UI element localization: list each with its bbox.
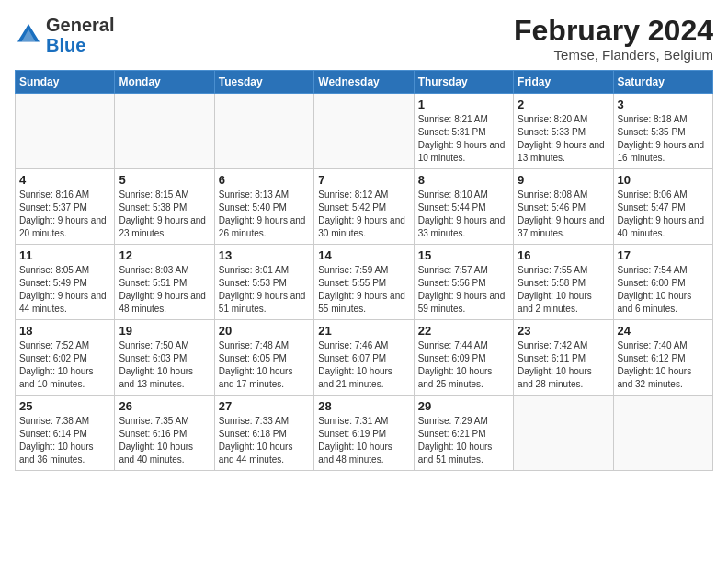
day-number: 27	[219, 399, 310, 413]
calendar-cell: 7Sunrise: 8:12 AM Sunset: 5:42 PM Daylig…	[314, 169, 414, 245]
day-info: Sunrise: 8:08 AM Sunset: 5:46 PM Dayligh…	[518, 189, 609, 240]
logo-blue: Blue	[46, 35, 114, 55]
title-block: February 2024 Temse, Flanders, Belgium	[514, 15, 713, 63]
calendar-cell: 10Sunrise: 8:06 AM Sunset: 5:47 PM Dayli…	[613, 169, 712, 245]
day-info: Sunrise: 7:50 AM Sunset: 6:03 PM Dayligh…	[119, 339, 210, 391]
calendar-cell: 21Sunrise: 7:46 AM Sunset: 6:07 PM Dayli…	[314, 320, 414, 396]
day-info: Sunrise: 8:06 AM Sunset: 5:47 PM Dayligh…	[618, 189, 709, 240]
calendar-cell: 22Sunrise: 7:44 AM Sunset: 6:09 PM Dayli…	[414, 320, 513, 396]
calendar-cell: 14Sunrise: 7:59 AM Sunset: 5:55 PM Dayli…	[314, 245, 414, 320]
calendar-cell: 28Sunrise: 7:31 AM Sunset: 6:19 PM Dayli…	[314, 396, 414, 471]
header: General Blue February 2024 Temse, Flande…	[15, 15, 713, 63]
calendar: SundayMondayTuesdayWednesdayThursdayFrid…	[15, 70, 713, 471]
day-number: 11	[19, 248, 110, 262]
page-subtitle: Temse, Flanders, Belgium	[514, 47, 713, 63]
logo-general: General	[46, 15, 114, 35]
logo: General Blue	[15, 15, 114, 55]
calendar-week-2: 4Sunrise: 8:16 AM Sunset: 5:37 PM Daylig…	[16, 169, 713, 245]
day-number: 14	[318, 248, 409, 262]
calendar-cell: 16Sunrise: 7:55 AM Sunset: 5:58 PM Dayli…	[514, 245, 613, 320]
day-number: 9	[518, 173, 609, 187]
day-number: 18	[19, 324, 110, 338]
day-number: 4	[19, 173, 110, 187]
calendar-cell	[16, 94, 115, 169]
weekday-header-monday: Monday	[115, 71, 214, 94]
day-info: Sunrise: 7:55 AM Sunset: 5:58 PM Dayligh…	[518, 264, 609, 316]
calendar-cell: 4Sunrise: 8:16 AM Sunset: 5:37 PM Daylig…	[16, 169, 115, 245]
calendar-cell: 27Sunrise: 7:33 AM Sunset: 6:18 PM Dayli…	[214, 396, 313, 471]
day-number: 7	[318, 173, 409, 187]
weekday-header-row: SundayMondayTuesdayWednesdayThursdayFrid…	[16, 71, 713, 94]
day-number: 12	[119, 248, 210, 262]
calendar-cell	[314, 94, 414, 169]
day-info: Sunrise: 7:52 AM Sunset: 6:02 PM Dayligh…	[19, 339, 110, 391]
day-number: 10	[618, 173, 709, 187]
calendar-cell: 24Sunrise: 7:40 AM Sunset: 6:12 PM Dayli…	[613, 320, 712, 396]
calendar-cell: 29Sunrise: 7:29 AM Sunset: 6:21 PM Dayli…	[414, 396, 513, 471]
calendar-week-1: 1Sunrise: 8:21 AM Sunset: 5:31 PM Daylig…	[16, 94, 713, 169]
logo-icon	[15, 21, 42, 49]
calendar-cell: 2Sunrise: 8:20 AM Sunset: 5:33 PM Daylig…	[514, 94, 613, 169]
day-number: 8	[418, 173, 509, 187]
day-number: 20	[219, 324, 310, 338]
weekday-header-sunday: Sunday	[16, 71, 115, 94]
day-number: 1	[418, 98, 509, 111]
day-info: Sunrise: 8:20 AM Sunset: 5:33 PM Dayligh…	[518, 113, 609, 165]
day-number: 19	[119, 324, 210, 338]
calendar-week-5: 25Sunrise: 7:38 AM Sunset: 6:14 PM Dayli…	[16, 396, 713, 471]
day-info: Sunrise: 7:33 AM Sunset: 6:18 PM Dayligh…	[219, 415, 310, 466]
calendar-cell: 3Sunrise: 8:18 AM Sunset: 5:35 PM Daylig…	[613, 94, 712, 169]
calendar-cell: 25Sunrise: 7:38 AM Sunset: 6:14 PM Dayli…	[16, 396, 115, 471]
day-number: 28	[318, 399, 409, 413]
day-info: Sunrise: 8:15 AM Sunset: 5:38 PM Dayligh…	[119, 189, 210, 240]
day-number: 17	[618, 248, 709, 262]
calendar-week-4: 18Sunrise: 7:52 AM Sunset: 6:02 PM Dayli…	[16, 320, 713, 396]
calendar-cell: 18Sunrise: 7:52 AM Sunset: 6:02 PM Dayli…	[16, 320, 115, 396]
calendar-cell	[613, 396, 712, 471]
day-number: 21	[318, 324, 409, 338]
calendar-cell: 9Sunrise: 8:08 AM Sunset: 5:46 PM Daylig…	[514, 169, 613, 245]
calendar-cell: 23Sunrise: 7:42 AM Sunset: 6:11 PM Dayli…	[514, 320, 613, 396]
day-info: Sunrise: 7:48 AM Sunset: 6:05 PM Dayligh…	[219, 339, 310, 391]
calendar-cell: 5Sunrise: 8:15 AM Sunset: 5:38 PM Daylig…	[115, 169, 214, 245]
weekday-header-wednesday: Wednesday	[314, 71, 414, 94]
calendar-cell: 12Sunrise: 8:03 AM Sunset: 5:51 PM Dayli…	[115, 245, 214, 320]
day-number: 3	[618, 98, 709, 111]
day-info: Sunrise: 8:13 AM Sunset: 5:40 PM Dayligh…	[219, 189, 310, 240]
page-title: February 2024	[514, 15, 713, 47]
day-number: 29	[418, 399, 509, 413]
calendar-cell: 13Sunrise: 8:01 AM Sunset: 5:53 PM Dayli…	[214, 245, 313, 320]
day-number: 24	[618, 324, 709, 338]
day-number: 25	[19, 399, 110, 413]
day-info: Sunrise: 7:38 AM Sunset: 6:14 PM Dayligh…	[19, 415, 110, 466]
calendar-cell: 1Sunrise: 8:21 AM Sunset: 5:31 PM Daylig…	[414, 94, 513, 169]
calendar-cell: 19Sunrise: 7:50 AM Sunset: 6:03 PM Dayli…	[115, 320, 214, 396]
day-number: 22	[418, 324, 509, 338]
day-number: 15	[418, 248, 509, 262]
weekday-header-saturday: Saturday	[613, 71, 712, 94]
day-number: 6	[219, 173, 310, 187]
day-number: 16	[518, 248, 609, 262]
calendar-cell: 17Sunrise: 7:54 AM Sunset: 6:00 PM Dayli…	[613, 245, 712, 320]
day-number: 23	[518, 324, 609, 338]
day-number: 13	[219, 248, 310, 262]
day-number: 2	[518, 98, 609, 111]
day-info: Sunrise: 8:12 AM Sunset: 5:42 PM Dayligh…	[318, 189, 409, 240]
day-info: Sunrise: 8:03 AM Sunset: 5:51 PM Dayligh…	[119, 264, 210, 316]
day-info: Sunrise: 7:35 AM Sunset: 6:16 PM Dayligh…	[119, 415, 210, 466]
calendar-cell: 6Sunrise: 8:13 AM Sunset: 5:40 PM Daylig…	[214, 169, 313, 245]
weekday-header-friday: Friday	[514, 71, 613, 94]
day-info: Sunrise: 8:21 AM Sunset: 5:31 PM Dayligh…	[418, 113, 509, 165]
calendar-cell	[514, 396, 613, 471]
calendar-cell	[214, 94, 313, 169]
day-number: 26	[119, 399, 210, 413]
calendar-cell: 8Sunrise: 8:10 AM Sunset: 5:44 PM Daylig…	[414, 169, 513, 245]
day-info: Sunrise: 7:59 AM Sunset: 5:55 PM Dayligh…	[318, 264, 409, 316]
calendar-week-3: 11Sunrise: 8:05 AM Sunset: 5:49 PM Dayli…	[16, 245, 713, 320]
calendar-cell: 11Sunrise: 8:05 AM Sunset: 5:49 PM Dayli…	[16, 245, 115, 320]
day-info: Sunrise: 7:44 AM Sunset: 6:09 PM Dayligh…	[418, 339, 509, 391]
calendar-cell: 15Sunrise: 7:57 AM Sunset: 5:56 PM Dayli…	[414, 245, 513, 320]
day-info: Sunrise: 7:46 AM Sunset: 6:07 PM Dayligh…	[318, 339, 409, 391]
day-info: Sunrise: 7:42 AM Sunset: 6:11 PM Dayligh…	[518, 339, 609, 391]
day-info: Sunrise: 8:18 AM Sunset: 5:35 PM Dayligh…	[618, 113, 709, 165]
